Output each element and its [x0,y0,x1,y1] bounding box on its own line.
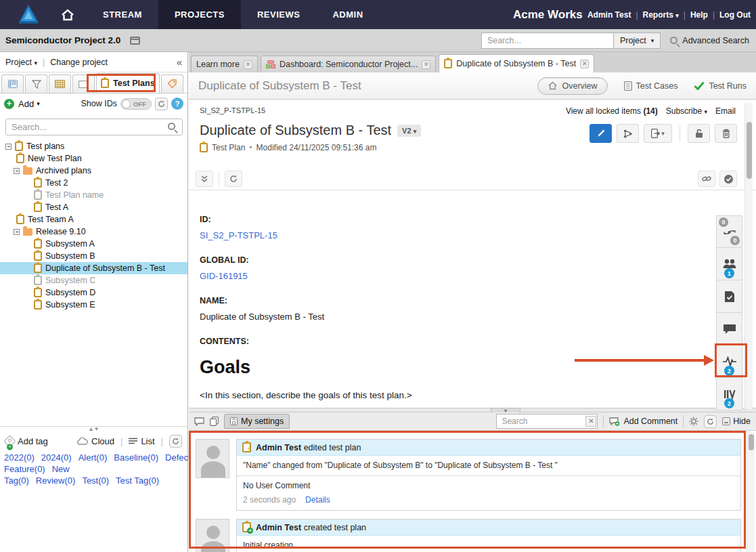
tab-test-plans[interactable]: Test Plans [96,73,160,93]
tab-filter[interactable] [25,75,47,93]
activity-rail-button[interactable]: 2 [716,345,742,378]
version-dropdown[interactable]: V2 ▾ [397,125,421,137]
view-locked-items-link[interactable]: View all locked items (14) [566,106,658,116]
versions-rail-button[interactable]: 2 [716,378,742,410]
nav-item-admin[interactable]: ADMIN [316,0,379,29]
tree-item[interactable]: Subsystem D [0,286,187,299]
collapse-toggle-icon[interactable] [14,229,20,235]
close-icon[interactable]: ✕ [580,60,589,68]
tab-trackers[interactable] [1,75,24,93]
tag-link[interactable]: Alert(0) [79,452,108,463]
comments-scrollbar[interactable] [747,431,755,552]
clear-search-icon[interactable]: ✕ [585,416,596,427]
tree-item[interactable]: Test A [0,201,187,213]
search-scope-dropdown[interactable]: Project▾ [614,33,661,49]
close-icon[interactable]: ✕ [422,60,430,69]
main-scrollbar[interactable] [744,103,753,409]
complete-check-button[interactable] [719,171,737,187]
edit-button[interactable] [590,124,612,143]
tag-link[interactable]: 2024(0) [41,452,72,463]
my-settings-button[interactable]: My settings [224,414,290,429]
nav-item-projects[interactable]: PROJECTS [158,0,241,29]
branch-button[interactable] [617,124,639,143]
advanced-search-link[interactable]: Advanced Search [670,36,749,45]
help-link[interactable]: Help [690,10,708,20]
window-layout-icon[interactable] [130,37,140,45]
tab-table[interactable] [49,75,71,93]
view-overview[interactable]: Overview [537,77,607,95]
global-search-input[interactable] [481,33,614,49]
tree-item[interactable]: Subsystem C [0,274,187,286]
add-caret-icon[interactable]: ▾ [37,100,40,107]
help-icon[interactable]: ? [171,98,183,110]
tree-item[interactable]: Test 2 [0,177,187,189]
scrollbar-thumb[interactable] [749,434,754,450]
delete-button[interactable] [715,124,737,143]
logout-link[interactable]: Log Out [719,10,751,20]
tag-cloud-button[interactable]: Cloud [77,436,114,446]
tree-item-release-9-10[interactable]: Release 9.10 [0,226,187,238]
project-menu[interactable]: Project ▾ [5,58,37,67]
expand-all-button[interactable] [196,171,213,187]
tree-item[interactable]: Subsystem A [0,238,187,250]
item-id-link[interactable]: SI_S2_P-TSTPL-15 [200,230,277,240]
tab-duplicate-test-plan[interactable]: Duplicate of Subsystem B - Test✕ [439,54,594,72]
home-icon[interactable] [61,9,74,21]
add-button[interactable]: Add [18,99,34,109]
tab-tags[interactable] [161,75,183,93]
nav-item-reviews[interactable]: REVIEWS [241,0,316,29]
tree-item-archived-plans[interactable]: Archived plans [0,165,187,177]
scrollbar-thumb[interactable] [747,122,752,179]
collapse-toggle-icon[interactable] [5,144,12,150]
tree-refresh-button[interactable] [155,98,168,110]
add-tag-button[interactable]: +Add tag [5,436,48,446]
add-plus-icon[interactable]: + [4,99,14,109]
app-logo-icon[interactable] [15,3,42,27]
horizontal-splitter[interactable]: ▼ [189,408,756,412]
relations-rail-button[interactable]: 0 0 [716,215,742,248]
show-ids-toggle[interactable]: OFF [120,98,152,110]
close-icon[interactable]: ✕ [244,60,252,69]
details-link[interactable]: Details [305,495,330,505]
user-name-link[interactable]: Admin Test [587,10,631,20]
tag-link[interactable]: Test(0) [82,475,109,486]
tag-link[interactable]: 2022(0) [4,452,35,463]
tree-search-input[interactable] [5,119,183,135]
change-project-link[interactable]: Change project [50,58,108,67]
email-link[interactable]: Email [715,106,736,116]
collapse-toggle-icon[interactable] [14,168,20,174]
tag-link[interactable]: Test Tag(0) [116,475,159,486]
sidebar-splitter[interactable]: ▲▼ [0,426,187,431]
tree-item-selected[interactable]: Duplicate of Subsystem B - Test [0,262,187,274]
comments-rail-button[interactable] [716,313,742,345]
link-icon-button[interactable] [698,171,715,187]
tag-link[interactable]: Baseline(0) [114,452,158,463]
view-test-runs[interactable]: Test Runs [694,81,747,91]
reports-menu[interactable]: Reports ▾ [643,10,679,20]
tree-item[interactable]: Test Team A [0,213,187,226]
tree-item[interactable]: Subsystem B [0,250,187,262]
tab-learn-more[interactable]: Learn more✕ [191,56,258,72]
lock-button[interactable] [688,124,710,143]
add-comment-button[interactable]: Add Comment [609,417,677,426]
tab-dashboard[interactable]: Dashboard: Semiconductor Project...✕ [261,56,436,72]
nav-item-stream[interactable]: STREAM [87,0,158,29]
tree-item[interactable]: Test Plan name [0,189,187,201]
tags-refresh-button[interactable] [169,435,182,448]
copy-icon[interactable] [210,417,219,426]
subscribe-menu[interactable]: Subscribe ▾ [666,106,707,116]
export-dropdown-button[interactable]: ▾ [644,124,672,143]
comments-search-input[interactable] [496,414,598,429]
view-test-cases[interactable]: Test Cases [624,81,678,91]
tree-item[interactable]: New Test Plan [0,152,187,165]
comments-refresh-button[interactable] [704,415,717,428]
global-id-link[interactable]: GID-161915 [200,271,248,281]
comments-filter-icon[interactable] [194,417,204,426]
refresh-button[interactable] [225,171,242,187]
associations-rail-button[interactable]: 1 [716,248,742,280]
tree-item-test-plans[interactable]: Test plans [0,140,187,152]
hide-panel-button[interactable]: Hide [722,417,751,426]
tab-panel[interactable] [72,75,95,93]
tag-list-button[interactable]: List [129,436,154,446]
tag-link[interactable]: Review(0) [36,475,76,486]
